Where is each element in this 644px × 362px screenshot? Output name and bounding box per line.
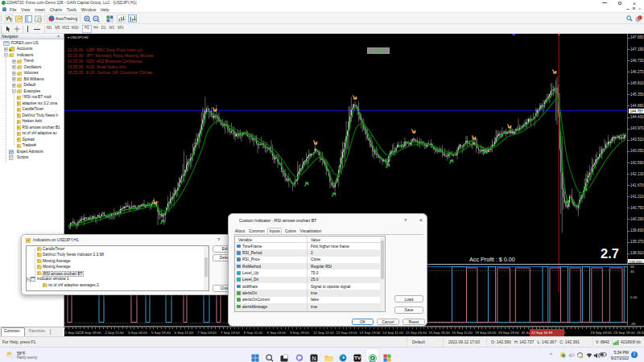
svg-text:f: f (18, 126, 19, 130)
svg-text:f: f (18, 97, 19, 100)
svg-text:f: f (43, 284, 44, 287)
svg-text:f: f (38, 260, 39, 263)
svg-text:f: f (18, 109, 19, 112)
svg-text:f: f (38, 272, 39, 275)
svg-text:f: f (19, 90, 19, 93)
svg-text:f: f (38, 253, 39, 257)
svg-text:f: f (18, 102, 19, 105)
svg-text:f: f (19, 78, 19, 81)
svg-text:f: f (18, 121, 19, 124)
svg-text:f: f (18, 138, 19, 142)
svg-text:f: f (38, 248, 39, 251)
svg-text:f: f (18, 133, 19, 136)
svg-text:f: f (19, 84, 19, 88)
svg-text:f: f (38, 265, 39, 269)
svg-text:f: f (18, 114, 19, 117)
svg-text:f: f (19, 60, 19, 64)
svg-text:f: f (10, 54, 11, 57)
svg-text:f: f (18, 145, 19, 148)
svg-text:TV: TV (355, 356, 361, 360)
svg-text:f: f (19, 72, 19, 76)
svg-text:f: f (19, 66, 19, 69)
svg-text:N: N (312, 356, 316, 361)
